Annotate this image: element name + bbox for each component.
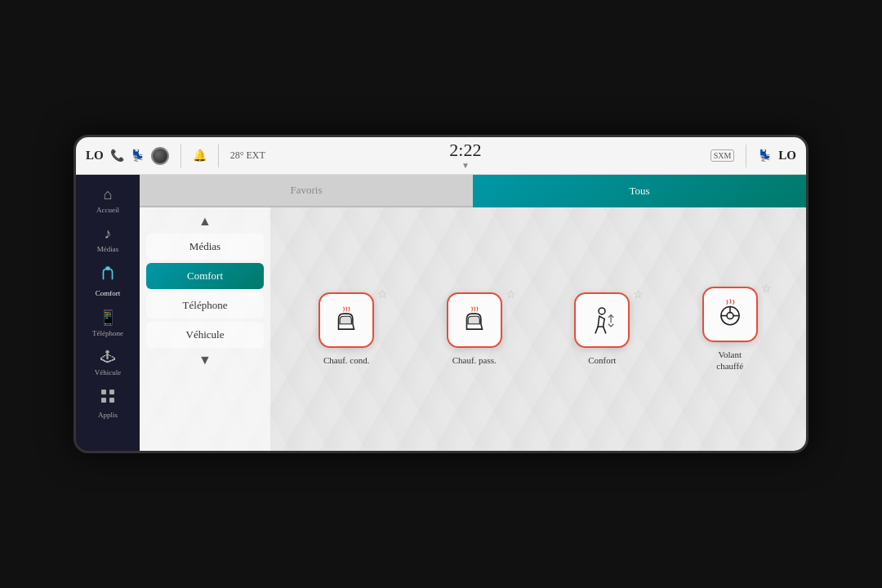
content-area: ▲ Médias Comfort Téléphone Véhicule ▼ <box>140 207 806 451</box>
status-center: 2:22 ▼ <box>265 141 666 170</box>
comfort-icon <box>99 265 117 287</box>
favorite-star-volant[interactable]: ☆ <box>761 282 772 296</box>
sub-nav-down[interactable]: ▼ <box>198 351 212 369</box>
sidebar-label-applis: Applis <box>98 411 118 419</box>
favorite-star-chauf-pass[interactable]: ☆ <box>506 287 516 301</box>
sidebar-item-applis[interactable]: Applis <box>79 383 136 424</box>
apps-icon <box>100 388 116 408</box>
sidebar-label-comfort: Comfort <box>96 289 121 297</box>
sub-nav-medias[interactable]: Médias <box>146 234 264 260</box>
icon-box-volant[interactable] <box>702 287 758 342</box>
sub-nav-telephone[interactable]: Téléphone <box>146 292 264 318</box>
home-icon: ⌂ <box>104 186 113 203</box>
svg-rect-4 <box>109 398 114 403</box>
music-icon: ♪ <box>105 225 112 243</box>
divider-1 <box>180 145 181 167</box>
svg-rect-2 <box>109 390 114 394</box>
icon-box-confort[interactable] <box>574 292 630 348</box>
icon-box-chauf-cond[interactable] <box>318 292 374 348</box>
icon-label-volant: Volantchauffé <box>716 349 743 372</box>
temp-unit: EXT <box>247 149 265 161</box>
icon-label-chauf-cond: Chauf. cond. <box>323 354 370 366</box>
phone-icon: 📞 <box>110 149 124 163</box>
svg-rect-1 <box>101 390 106 394</box>
sidebar-item-medias[interactable]: ♪ Médias <box>79 220 136 258</box>
temperature-display: 28° EXT <box>230 150 265 161</box>
volume-knob[interactable] <box>151 147 169 165</box>
svg-point-5 <box>599 308 605 314</box>
icon-box-chauf-pass[interactable] <box>447 292 502 348</box>
svg-point-0 <box>105 266 110 270</box>
main-sidebar: ⌂ Accueil ♪ Médias Comfort 📱 Téléphone <box>76 175 140 451</box>
tab-tous[interactable]: Tous <box>473 175 806 207</box>
sidebar-label-accueil: Accueil <box>96 206 119 214</box>
sidebar-label-medias: Médias <box>97 245 119 253</box>
favorite-star-confort[interactable]: ☆ <box>633 287 644 301</box>
status-right: SXM 💺 LO <box>666 145 796 167</box>
seat-right-icon: 💺 <box>758 149 772 163</box>
svg-rect-3 <box>101 398 106 403</box>
sub-sidebar: ▲ Médias Comfort Téléphone Véhicule ▼ <box>140 207 270 451</box>
sidebar-item-telephone[interactable]: 📱 Téléphone <box>79 304 136 342</box>
sub-nav-up[interactable]: ▲ <box>198 212 212 230</box>
vehicle-icon: 🕹 <box>100 349 115 366</box>
clock: 2:22 <box>449 141 481 159</box>
tab-bar: Favoris Tous <box>140 175 806 207</box>
right-panel: Favoris Tous ▲ Médias Comfort <box>140 175 806 451</box>
bell-icon: 🔔 <box>193 149 207 163</box>
tab-favoris[interactable]: Favoris <box>140 175 473 207</box>
status-bar: LO 📞 💺 🔔 28° EXT 2:22 ▼ SXM 💺 LO <box>76 137 806 175</box>
icon-label-chauf-pass: Chauf. pass. <box>452 354 497 366</box>
temp-value: 28° <box>230 149 244 161</box>
icon-card-chauf-cond: ☆ Chauf. cond <box>310 292 383 366</box>
main-area: ⌂ Accueil ♪ Médias Comfort 📱 Téléphone <box>76 175 806 451</box>
phone-sidebar-icon: 📱 <box>99 309 117 327</box>
status-lo-left: LO <box>86 149 104 163</box>
status-lo-right: LO <box>778 149 796 163</box>
icon-label-confort: Confort <box>588 354 616 366</box>
status-left: LO 📞 💺 🔔 28° EXT <box>86 145 265 167</box>
sidebar-label-telephone: Téléphone <box>92 329 123 337</box>
sidebar-item-accueil[interactable]: ⌂ Accueil <box>79 181 136 219</box>
sidebar-item-vehicule[interactable]: 🕹 Véhicule <box>79 344 136 381</box>
sub-nav-comfort[interactable]: Comfort <box>146 263 264 289</box>
sub-nav-vehicule[interactable]: Véhicule <box>146 322 264 348</box>
tab-favoris-label: Favoris <box>291 184 323 197</box>
time-chevron: ▼ <box>461 161 470 170</box>
screen-bezel: LO 📞 💺 🔔 28° EXT 2:22 ▼ SXM 💺 LO <box>74 135 808 453</box>
sidebar-item-comfort[interactable]: Comfort <box>79 260 136 302</box>
sidebar-label-vehicule: Véhicule <box>95 368 121 376</box>
icon-card-volant: ☆ <box>693 287 767 372</box>
icon-grid: ☆ Chauf. cond <box>270 207 806 451</box>
divider-3 <box>746 145 746 167</box>
seat-icon: 💺 <box>131 149 145 163</box>
favorite-star-chauf-cond[interactable]: ☆ <box>377 287 388 301</box>
siriusxm-icon: SXM <box>710 149 735 162</box>
svg-point-7 <box>727 312 733 318</box>
icon-card-confort: ☆ <box>565 292 639 366</box>
icon-card-chauf-pass: ☆ Chauf. pass. <box>438 292 511 366</box>
divider-2 <box>218 145 219 167</box>
tab-tous-label: Tous <box>629 185 649 198</box>
